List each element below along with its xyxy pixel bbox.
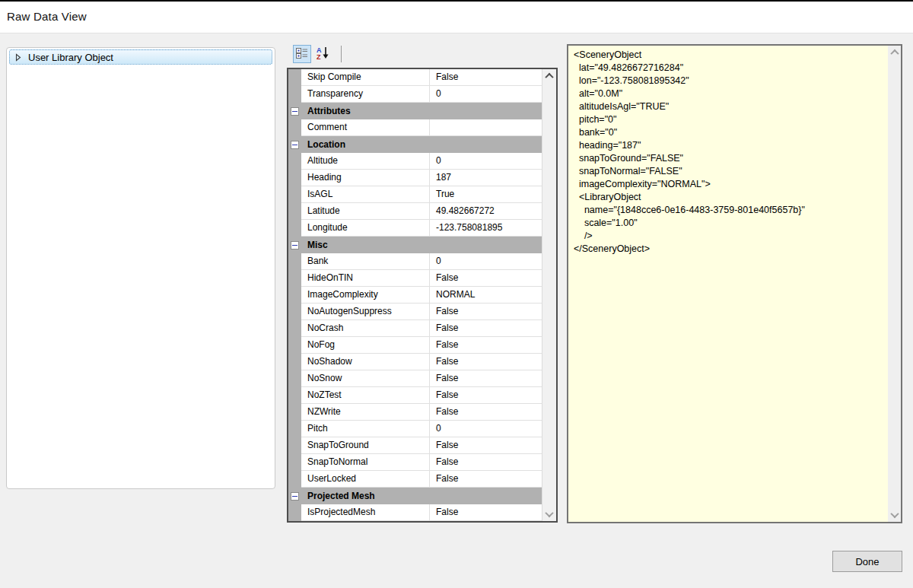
property-value-cell[interactable]: False: [430, 504, 542, 521]
category-row[interactable]: Projected Mesh: [288, 488, 542, 504]
property-value-cell[interactable]: True: [430, 186, 542, 203]
property-value-cell[interactable]: False: [430, 337, 542, 354]
xml-scroll-down-icon[interactable]: [888, 508, 902, 522]
property-row[interactable]: NZWriteFalse: [288, 404, 542, 421]
category-row[interactable]: Attributes: [288, 103, 542, 119]
property-row[interactable]: NoAutogenSuppressFalse: [288, 304, 542, 320]
property-row[interactable]: ImageComplexityNORMAL: [288, 287, 542, 304]
row-margin: [288, 119, 301, 136]
property-row[interactable]: IsAGLTrue: [288, 186, 542, 203]
collapse-minus-icon[interactable]: [291, 141, 299, 149]
property-name-cell[interactable]: ImageComplexity: [301, 287, 430, 304]
property-name-cell[interactable]: Comment: [301, 119, 430, 136]
property-name-cell[interactable]: NoZTest: [301, 387, 430, 404]
property-name-cell[interactable]: IsAGL: [301, 186, 430, 203]
row-margin: [288, 421, 301, 437]
property-row[interactable]: Transparency0: [288, 86, 542, 103]
property-row[interactable]: Bank0: [288, 253, 542, 270]
category-label: Projected Mesh: [307, 491, 375, 501]
property-value-cell[interactable]: NORMAL: [430, 287, 542, 304]
property-value-cell[interactable]: 187: [430, 170, 542, 186]
expander-icon[interactable]: [13, 53, 24, 62]
property-row[interactable]: SnapToNormalFalse: [288, 454, 542, 471]
property-value-cell[interactable]: -123.758081895: [430, 220, 542, 237]
property-row[interactable]: SnapToGroundFalse: [288, 437, 542, 454]
property-name-cell[interactable]: SnapToNormal: [301, 454, 430, 471]
property-row[interactable]: HideOnTINFalse: [288, 270, 542, 287]
property-name-cell[interactable]: Pitch: [301, 421, 430, 437]
scroll-up-icon[interactable]: [542, 69, 556, 83]
property-row[interactable]: UserLockedFalse: [288, 471, 542, 488]
property-value-cell[interactable]: 0: [430, 421, 542, 437]
property-name-cell[interactable]: NoShadow: [301, 354, 430, 370]
property-row[interactable]: Pitch0: [288, 421, 542, 437]
row-margin: [288, 203, 301, 220]
property-name-cell[interactable]: NoSnow: [301, 370, 430, 387]
property-row[interactable]: NoFogFalse: [288, 337, 542, 354]
category-row[interactable]: Misc: [288, 237, 542, 253]
collapse-minus-icon[interactable]: [291, 241, 299, 250]
property-row[interactable]: NoZTestFalse: [288, 387, 542, 404]
property-name-cell[interactable]: NoCrash: [301, 320, 430, 337]
row-margin: [288, 504, 301, 521]
alphabetical-sort-button[interactable]: A Z: [313, 45, 332, 63]
property-value-cell[interactable]: 0: [430, 153, 542, 170]
page-title: Raw Data View: [7, 10, 87, 23]
done-button[interactable]: Done: [832, 551, 902, 572]
property-value-cell[interactable]: False: [430, 69, 542, 86]
row-margin: [288, 69, 301, 86]
property-name-cell[interactable]: SnapToGround: [301, 437, 430, 454]
categorized-view-button[interactable]: [293, 45, 311, 63]
category-row[interactable]: Location: [288, 136, 542, 153]
property-value-cell[interactable]: False: [430, 354, 542, 370]
collapse-minus-icon[interactable]: [291, 492, 299, 501]
tree-item-user-library-object[interactable]: User Library Object: [9, 49, 272, 65]
property-value-cell[interactable]: False: [430, 471, 542, 488]
property-value-cell[interactable]: [430, 119, 542, 136]
property-name-cell[interactable]: NoFog: [301, 337, 430, 354]
xml-scroll-up-icon[interactable]: [888, 46, 902, 59]
property-row[interactable]: Skip CompileFalse: [288, 69, 542, 86]
property-name-cell[interactable]: HideOnTIN: [301, 270, 430, 287]
property-row[interactable]: Heading187: [288, 170, 542, 186]
scroll-down-icon[interactable]: [542, 507, 556, 521]
property-value-cell[interactable]: False: [430, 320, 542, 337]
property-grid-scrollbar[interactable]: [542, 69, 556, 521]
property-value-cell[interactable]: 49.482667272: [430, 203, 542, 220]
property-row[interactable]: Altitude0: [288, 153, 542, 170]
property-name-cell[interactable]: Heading: [301, 170, 430, 186]
xml-scrollbar[interactable]: [888, 46, 901, 522]
property-row[interactable]: Latitude49.482667272: [288, 203, 542, 220]
property-value-cell[interactable]: False: [430, 370, 542, 387]
property-name-cell[interactable]: UserLocked: [301, 471, 430, 488]
property-row[interactable]: IsProjectedMeshFalse: [288, 504, 542, 521]
property-name-cell[interactable]: NZWrite: [301, 404, 430, 421]
row-margin: [288, 354, 301, 370]
property-name-cell[interactable]: NoAutogenSuppress: [301, 304, 430, 320]
property-value-cell[interactable]: False: [430, 454, 542, 471]
property-name-cell[interactable]: Longitude: [301, 220, 430, 237]
row-margin: [288, 253, 301, 270]
property-name-cell[interactable]: IsProjectedMesh: [301, 504, 430, 521]
property-row[interactable]: NoShadowFalse: [288, 354, 542, 370]
property-value-cell[interactable]: False: [430, 387, 542, 404]
row-margin: [288, 220, 301, 237]
property-name-cell[interactable]: Altitude: [301, 153, 430, 170]
property-name-cell[interactable]: Bank: [301, 253, 430, 270]
property-value-cell[interactable]: 0: [430, 253, 542, 270]
property-value-cell[interactable]: False: [430, 304, 542, 320]
property-value-cell[interactable]: False: [430, 270, 542, 287]
property-row[interactable]: NoSnowFalse: [288, 370, 542, 387]
row-margin: [288, 170, 301, 186]
property-value-cell[interactable]: False: [430, 437, 542, 454]
xml-text[interactable]: <SceneryObject lat="49.4826672716284" lo…: [574, 49, 884, 256]
property-name-cell[interactable]: Latitude: [301, 203, 430, 220]
collapse-minus-icon[interactable]: [291, 107, 299, 116]
property-row[interactable]: NoCrashFalse: [288, 320, 542, 337]
property-row[interactable]: Longitude-123.758081895: [288, 220, 542, 237]
property-name-cell[interactable]: Transparency: [301, 86, 430, 103]
property-value-cell[interactable]: 0: [430, 86, 542, 103]
property-row[interactable]: Comment: [288, 119, 542, 136]
property-name-cell[interactable]: Skip Compile: [301, 69, 430, 86]
property-value-cell[interactable]: False: [430, 404, 542, 421]
